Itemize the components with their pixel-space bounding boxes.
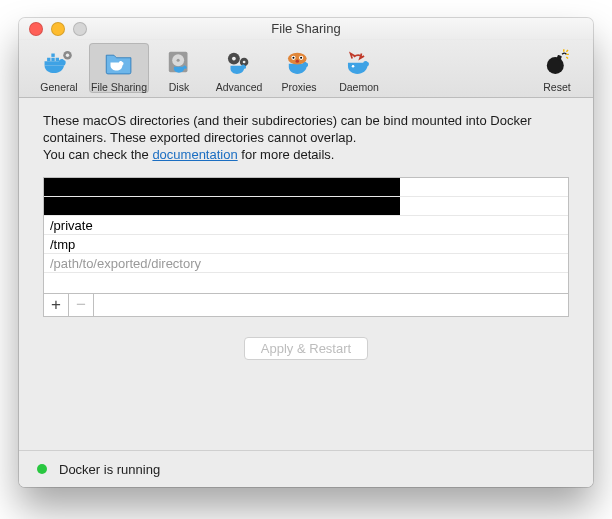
titlebar: File Sharing (19, 18, 593, 40)
svg-rect-2 (56, 58, 59, 61)
svg-point-5 (66, 54, 69, 57)
description-line1: These macOS directories (and their subdi… (43, 113, 531, 145)
tab-file-sharing[interactable]: File Sharing (89, 43, 149, 93)
zoom-icon (73, 22, 87, 36)
whale-gears-icon (222, 45, 256, 79)
apply-restart-button: Apply & Restart (244, 337, 368, 360)
description-line2-post: for more details. (238, 147, 335, 162)
toolbar: General File Sharing (19, 40, 593, 98)
table-row[interactable] (44, 178, 568, 197)
tab-daemon[interactable]: Daemon (329, 43, 389, 93)
reset-label: Reset (543, 81, 570, 93)
tab-group: General File Sharing (29, 43, 389, 93)
tab-proxies[interactable]: Proxies (269, 43, 329, 93)
tab-label: Daemon (339, 81, 379, 93)
svg-point-8 (177, 59, 180, 62)
minus-icon: − (76, 295, 86, 315)
whale-daemon-icon (342, 45, 376, 79)
table-row[interactable] (44, 197, 568, 216)
bomb-icon (540, 45, 574, 79)
redacted-path (44, 178, 400, 196)
svg-rect-0 (47, 58, 50, 61)
tab-label: File Sharing (91, 81, 147, 93)
svg-rect-3 (51, 54, 54, 57)
svg-rect-1 (51, 58, 54, 61)
svg-point-11 (232, 57, 236, 61)
add-button[interactable]: + (44, 294, 69, 316)
redacted-path (44, 197, 400, 215)
content-pane: These macOS directories (and their subdi… (19, 98, 593, 487)
tab-general[interactable]: General (29, 43, 89, 93)
preferences-window: File Sharing General (19, 18, 593, 487)
reset-button[interactable]: Reset (531, 43, 583, 93)
svg-point-18 (296, 59, 299, 62)
whale-mask-icon (282, 45, 316, 79)
add-remove-bar: + − (43, 294, 569, 317)
svg-point-16 (292, 57, 294, 59)
svg-point-20 (547, 57, 564, 74)
svg-point-17 (300, 57, 302, 59)
status-dot-icon (37, 464, 47, 474)
whale-disk-icon (162, 45, 196, 79)
minimize-icon[interactable] (51, 22, 65, 36)
path-value: /private (50, 218, 93, 233)
table-row-placeholder[interactable]: /path/to/exported/directory (44, 254, 568, 273)
description-line2-pre: You can check the (43, 147, 152, 162)
apply-label: Apply & Restart (261, 341, 351, 356)
table-row[interactable]: /private (44, 216, 568, 235)
tab-label: General (40, 81, 77, 93)
svg-point-12 (243, 61, 246, 64)
tab-label: Disk (169, 81, 189, 93)
path-value: /tmp (50, 237, 75, 252)
tab-label: Proxies (281, 81, 316, 93)
tab-advanced[interactable]: Advanced (209, 43, 269, 93)
plus-icon: + (51, 295, 61, 315)
documentation-link[interactable]: documentation (152, 147, 237, 162)
whale-folder-icon (102, 45, 136, 79)
shared-paths-table[interactable]: /private /tmp /path/to/exported/director… (43, 177, 569, 294)
remove-button[interactable]: − (69, 294, 94, 316)
tab-disk[interactable]: Disk (149, 43, 209, 93)
status-text: Docker is running (59, 462, 160, 477)
window-title: File Sharing (19, 21, 593, 36)
svg-point-19 (352, 65, 355, 68)
table-row[interactable]: /tmp (44, 235, 568, 254)
whale-gear-icon (42, 45, 76, 79)
close-icon[interactable] (29, 22, 43, 36)
description-text: These macOS directories (and their subdi… (43, 112, 569, 163)
path-placeholder: /path/to/exported/directory (50, 256, 201, 271)
status-bar: Docker is running (19, 450, 593, 487)
tab-label: Advanced (216, 81, 263, 93)
